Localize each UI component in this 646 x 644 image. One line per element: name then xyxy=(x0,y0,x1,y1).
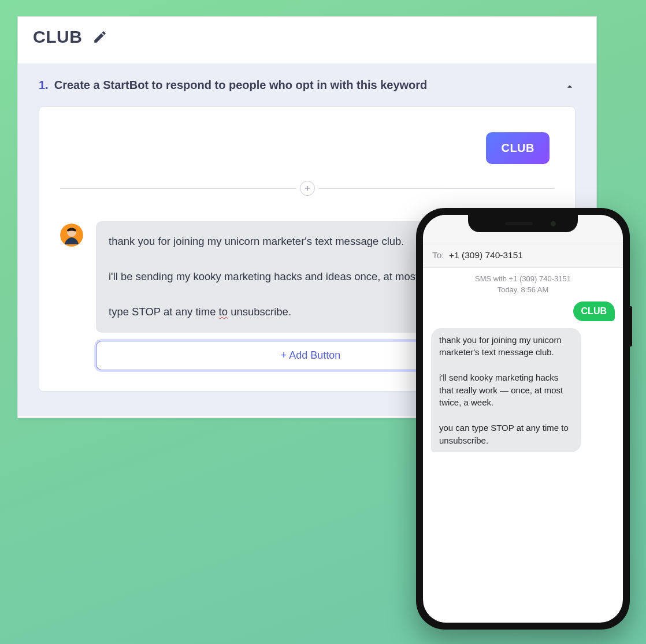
sms-meta-line1: SMS with +1 (309) 740-3151 xyxy=(432,274,614,285)
sms-to-label: To: xyxy=(432,250,444,260)
add-step-button plus-icon[interactable] xyxy=(300,181,315,196)
pencil-icon[interactable] xyxy=(92,29,107,44)
sms-outgoing: CLUB xyxy=(431,301,615,321)
sms-outgoing-bubble: CLUB xyxy=(573,301,615,321)
divider-line xyxy=(60,188,296,189)
phone-mockup: To: +1 (309) 740-3151 SMS with +1 (309) … xyxy=(416,208,630,630)
avatar xyxy=(60,224,83,247)
chevron-up-icon[interactable] xyxy=(564,81,576,92)
divider-line xyxy=(318,188,555,189)
sms-to-number: +1 (309) 740-3151 xyxy=(449,250,523,260)
phone-notch xyxy=(468,215,578,232)
step-header[interactable]: 1. Create a StartBot to respond to peopl… xyxy=(39,79,576,92)
sms-meta: SMS with +1 (309) 740-3151 Today, 8:56 A… xyxy=(423,268,623,299)
panel-title: CLUB xyxy=(33,27,82,47)
phone-screen: To: +1 (309) 740-3151 SMS with +1 (309) … xyxy=(423,215,623,623)
step-title: Create a StartBot to respond to people w… xyxy=(54,79,428,92)
panel-header: CLUB xyxy=(18,17,596,64)
message-text-spell: to xyxy=(219,306,228,318)
add-step-divider xyxy=(60,181,554,196)
sms-body: CLUB thank you for joining my unicorn ma… xyxy=(423,301,623,453)
message-text-part2: unsubscribe. xyxy=(228,306,291,318)
step-number: 1. xyxy=(39,79,49,92)
sms-meta-line2: Today, 8:56 AM xyxy=(432,285,614,296)
sms-incoming: thank you for joining my unicorn markete… xyxy=(431,328,615,453)
keyword-pill[interactable]: CLUB xyxy=(486,132,550,164)
sms-to-row: To: +1 (309) 740-3151 xyxy=(423,244,623,267)
sms-incoming-bubble: thank you for joining my unicorn markete… xyxy=(431,328,581,453)
